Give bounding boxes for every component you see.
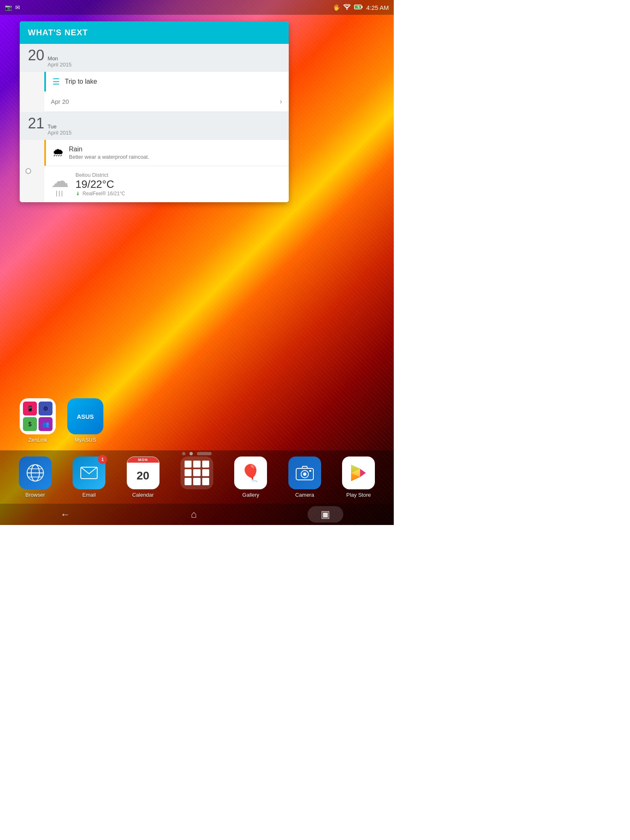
calendar-header: MON xyxy=(127,457,159,463)
myasus-icon: ASUS xyxy=(67,398,103,434)
calendar-label: Calendar xyxy=(132,492,154,498)
grid-dot-5 xyxy=(193,469,200,476)
taskbar-app-gallery[interactable]: 🎈 Gallery xyxy=(234,457,267,498)
browser-icon xyxy=(19,457,52,489)
taskbar-app-camera[interactable]: Camera xyxy=(288,457,321,498)
email-envelope-svg xyxy=(80,466,98,479)
day-number-21: 21 xyxy=(28,116,44,131)
zenlink-sub-4: 👥 xyxy=(39,417,52,431)
event-date-row[interactable]: Apr 20 › xyxy=(44,91,289,112)
event-date-text: Apr 20 xyxy=(51,98,69,105)
grid-dot-9 xyxy=(202,478,209,485)
myasus-logo-text: ASUS xyxy=(77,413,94,420)
rain-cloud-icon: 🌧 xyxy=(52,146,64,159)
timeline-dot xyxy=(25,168,31,174)
grid-dot-4 xyxy=(185,469,192,476)
day-section-tue: 21 Tue April 2015 xyxy=(20,112,289,140)
weather-temp: 19/22°C xyxy=(75,178,125,191)
svg-rect-13 xyxy=(309,470,311,472)
grid-dot-7 xyxy=(185,478,192,485)
myasus-label: MyASUS xyxy=(75,437,96,443)
nav-recents-button[interactable]: ▣ xyxy=(308,506,343,523)
email-icon: 1 xyxy=(73,457,105,489)
rain-title: Rain xyxy=(69,146,149,153)
day-month-apr: April 2015 xyxy=(48,62,72,68)
day-info-mon: Mon April 2015 xyxy=(48,55,72,68)
status-time: 4:25 AM xyxy=(366,4,389,11)
taskbar: Browser 1 Email MON 20 Calendar xyxy=(0,450,394,504)
gallery-icon: 🎈 xyxy=(234,457,267,489)
calendar-icon-inner: MON 20 xyxy=(127,457,159,489)
rain-alert-container: 🌧 Rain Better wear a waterproof raincoat… xyxy=(20,140,289,202)
playstore-svg xyxy=(348,462,369,484)
grid-dot-1 xyxy=(185,461,192,468)
status-bar: 📷 ✉ 🖐 4:25 AM xyxy=(0,0,394,15)
grid-dot-3 xyxy=(202,461,209,468)
notification-icon-2: ✉ xyxy=(15,4,20,11)
event-trip-title: Trip to lake xyxy=(65,78,97,85)
taskbar-apps-drawer[interactable]: · xyxy=(180,457,213,498)
event-trip-container[interactable]: Now ☰ Trip to lake Apr 20 › xyxy=(20,72,289,112)
svg-point-12 xyxy=(303,472,306,476)
realfeel-text: RealFeel® 16/21°C xyxy=(82,191,125,196)
nav-home-button[interactable]: ⌂ xyxy=(181,505,207,523)
apps-drawer-icon xyxy=(180,457,213,489)
cloud-rain-icon: ☁ xyxy=(51,172,69,190)
email-badge: 1 xyxy=(98,455,107,464)
playstore-icon xyxy=(342,457,375,489)
svg-rect-3 xyxy=(361,6,363,8)
rain-lines-icon: ||| xyxy=(56,190,64,196)
hot-air-balloon-icon: 🎈 xyxy=(240,465,261,481)
home-apps-area: 📱 ⚙ $ 👥 ZenLink ASUS MyASUS xyxy=(20,398,103,443)
notification-icon-1: 📷 xyxy=(5,4,12,11)
zenlink-sub-1: 📱 xyxy=(23,402,37,415)
weather-realfeel: 🌡 RealFeel® 16/21°C xyxy=(75,191,125,196)
touch-icon: 🖐 xyxy=(333,4,340,11)
nav-bar: ← ⌂ ▣ xyxy=(0,504,394,525)
status-notifications: 📷 ✉ xyxy=(5,4,20,11)
status-system: 🖐 4:25 AM xyxy=(333,4,389,11)
weather-icon-area: ☁ ||| xyxy=(51,172,69,196)
app-myasus[interactable]: ASUS MyASUS xyxy=(67,398,103,443)
nav-back-button[interactable]: ← xyxy=(50,505,80,523)
battery-icon xyxy=(354,4,363,11)
svg-point-0 xyxy=(346,9,347,10)
day-section-mon: 20 Mon April 2015 xyxy=(20,44,289,72)
wifi-icon xyxy=(343,4,351,11)
gallery-label: Gallery xyxy=(242,492,259,498)
rain-description: Better wear a waterproof raincoat. xyxy=(69,154,149,160)
rain-event-card: 🌧 Rain Better wear a waterproof raincoat… xyxy=(44,140,289,166)
rain-info: Rain Better wear a waterproof raincoat. xyxy=(69,146,149,160)
chevron-right-icon: › xyxy=(280,97,282,106)
calendar-icon: MON 20 xyxy=(127,457,160,489)
taskbar-app-browser[interactable]: Browser xyxy=(19,457,52,498)
weather-location: Beitou District xyxy=(75,172,125,178)
taskbar-app-playstore[interactable]: Play Store xyxy=(342,457,375,498)
day-number-20: 20 xyxy=(28,48,44,63)
grid-dot-8 xyxy=(193,478,200,485)
taskbar-app-email[interactable]: 1 Email xyxy=(73,457,105,498)
grid-dot-2 xyxy=(193,461,200,468)
zenlink-label: ZenLink xyxy=(28,437,47,443)
day-name-tue: Tue xyxy=(48,123,72,130)
thermometer-icon: 🌡 xyxy=(75,191,80,196)
zenlink-sub-3: $ xyxy=(23,417,37,431)
weather-info: Beitou District 19/22°C 🌡 RealFeel® 16/2… xyxy=(75,172,125,196)
email-label: Email xyxy=(82,492,96,498)
widget-title: WHAT'S NEXT xyxy=(28,28,88,37)
zenlink-sub-2: ⚙ xyxy=(39,402,52,415)
camera-icon xyxy=(288,457,321,489)
taskbar-app-calendar[interactable]: MON 20 Calendar xyxy=(127,457,160,498)
event-trip-card[interactable]: ☰ Trip to lake xyxy=(44,72,289,91)
calendar-day-area: 20 xyxy=(127,463,159,489)
widget-header: WHAT'S NEXT xyxy=(20,21,289,44)
whats-next-widget: WHAT'S NEXT 20 Mon April 2015 Now ☰ Trip… xyxy=(20,21,289,202)
event-calendar-icon: ☰ xyxy=(52,77,60,87)
playstore-label: Play Store xyxy=(346,492,371,498)
app-zenlink[interactable]: 📱 ⚙ $ 👥 ZenLink xyxy=(20,398,56,443)
day-name-mon: Mon xyxy=(48,55,72,62)
day-info-tue: Tue April 2015 xyxy=(48,123,72,136)
day-month-apr2: April 2015 xyxy=(48,130,72,136)
camera-svg xyxy=(295,465,314,481)
weather-card[interactable]: ☁ ||| Beitou District 19/22°C 🌡 RealFeel… xyxy=(44,166,289,202)
